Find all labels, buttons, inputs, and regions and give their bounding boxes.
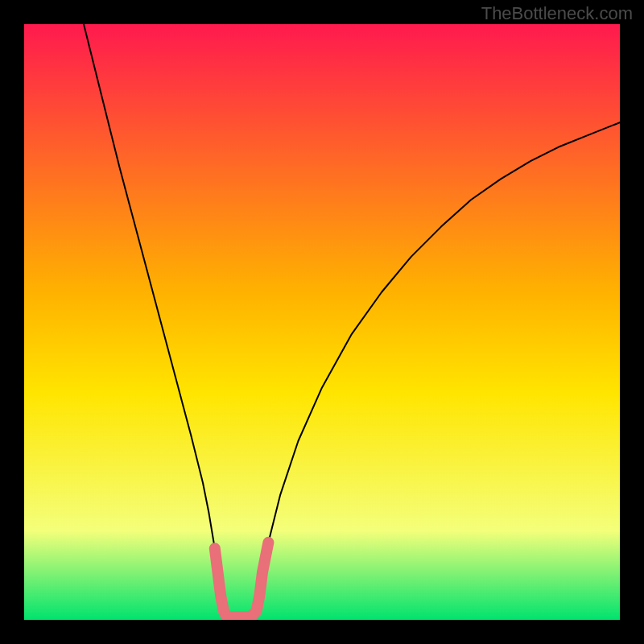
bottleneck-chart: [24, 24, 620, 620]
watermark-text: TheBottleneck.com: [481, 3, 633, 24]
chart-frame: TheBottleneck.com: [0, 0, 644, 644]
gradient-background: [24, 24, 620, 620]
plot-area: [24, 24, 620, 620]
